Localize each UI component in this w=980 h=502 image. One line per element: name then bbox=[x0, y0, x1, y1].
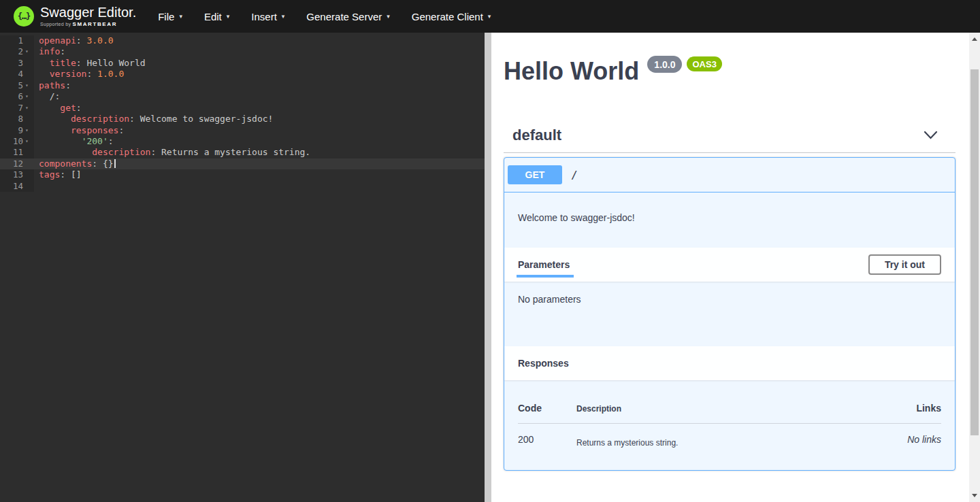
try-it-out-button[interactable]: Try it out bbox=[868, 254, 941, 275]
fold-spacer bbox=[25, 69, 34, 80]
preview-scrollbar[interactable] bbox=[969, 33, 980, 502]
http-method-badge[interactable]: GET bbox=[508, 165, 562, 184]
code-text: openapi: 3.0.0 bbox=[34, 35, 114, 46]
line-number: 9 bbox=[0, 125, 25, 136]
editor-line-1[interactable]: 1openapi: 3.0.0 bbox=[0, 35, 485, 46]
scrollbar-thumb[interactable] bbox=[970, 69, 979, 435]
editor-gutter: 12 bbox=[0, 158, 34, 169]
editor-line-8[interactable]: 8 description: Welcome to swagger-jsdoc! bbox=[0, 114, 485, 124]
line-number: 6 bbox=[0, 91, 25, 102]
main-split: 1openapi: 3.0.02▾info:3 title: Hello Wor… bbox=[0, 33, 980, 502]
editor-gutter: 9▾ bbox=[0, 125, 34, 136]
code-text: paths: bbox=[34, 80, 71, 91]
menu-label: Generate Server bbox=[306, 11, 382, 22]
editor-line-14[interactable]: 14 bbox=[0, 181, 485, 192]
editor-line-7[interactable]: 7▾ get: bbox=[0, 103, 485, 114]
chevron-down-icon: ▾ bbox=[179, 13, 182, 20]
code-text: description: Welcome to swagger-jsdoc! bbox=[34, 114, 273, 124]
menu-generate-client[interactable]: Generate Client▾ bbox=[401, 0, 502, 33]
scroll-down-arrow-icon[interactable] bbox=[972, 494, 977, 497]
fold-spacer bbox=[25, 181, 34, 192]
line-number: 2 bbox=[0, 46, 25, 57]
editor-line-10[interactable]: 10▾ '200': bbox=[0, 136, 485, 147]
fold-toggle-icon[interactable]: ▾ bbox=[25, 136, 34, 147]
version-badge: 1.0.0 bbox=[647, 56, 682, 73]
editor-gutter: 5▾ bbox=[0, 80, 34, 91]
menu-label: Generate Client bbox=[412, 11, 483, 22]
braces-glyph: {…} bbox=[18, 12, 31, 21]
swagger-logo-icon: {…} bbox=[14, 6, 34, 27]
fold-toggle-icon[interactable]: ▾ bbox=[25, 125, 34, 136]
editor-gutter: 10▾ bbox=[0, 136, 34, 147]
tab-parameters[interactable]: Parameters bbox=[518, 259, 570, 270]
col-header-description: Description bbox=[576, 403, 853, 414]
code-text bbox=[34, 181, 39, 192]
tag-name: default bbox=[512, 127, 561, 144]
swagger-ui-preview: Hello World 1.0.0 OAS3 default GET / We bbox=[491, 33, 969, 502]
code-text: info: bbox=[34, 46, 65, 57]
fold-spacer bbox=[25, 169, 34, 180]
fold-toggle-icon[interactable]: ▾ bbox=[25, 80, 34, 91]
editor-line-9[interactable]: 9▾ responses: bbox=[0, 125, 485, 136]
editor-line-3[interactable]: 3 title: Hello World bbox=[0, 58, 485, 69]
line-number: 1 bbox=[0, 35, 25, 46]
editor-gutter: 6▾ bbox=[0, 91, 34, 102]
table-divider bbox=[518, 423, 941, 424]
editor-gutter: 1 bbox=[0, 35, 34, 46]
opblock-get: GET / Welcome to swagger-jsdoc! Paramete… bbox=[504, 157, 956, 471]
line-number: 5 bbox=[0, 80, 25, 91]
api-info: Hello World 1.0.0 OAS3 bbox=[504, 33, 956, 85]
tag-section-default[interactable]: default bbox=[504, 127, 956, 153]
pane-resizer[interactable] bbox=[485, 33, 491, 502]
menu-label: File bbox=[158, 11, 174, 22]
line-number: 4 bbox=[0, 69, 25, 80]
swagger-logo: {…} Swagger Editor. Supported by SMARTBE… bbox=[14, 5, 136, 27]
fold-spacer bbox=[25, 58, 34, 69]
editor-gutter: 3 bbox=[0, 58, 34, 69]
code-text: get: bbox=[34, 103, 82, 114]
responses-header: Responses bbox=[504, 346, 955, 380]
yaml-editor[interactable]: 1openapi: 3.0.02▾info:3 title: Hello Wor… bbox=[0, 33, 485, 502]
line-number: 7 bbox=[0, 103, 25, 114]
api-title: Hello World bbox=[504, 58, 639, 85]
menu-label: Edit bbox=[204, 11, 222, 22]
oas3-badge: OAS3 bbox=[687, 56, 721, 71]
code-text: version: 1.0.0 bbox=[34, 69, 124, 80]
menu-file[interactable]: File▾ bbox=[147, 0, 193, 33]
opblock-summary[interactable]: GET / bbox=[504, 158, 955, 193]
response-description: Returns a mysterious string. bbox=[576, 434, 853, 448]
line-number: 12 bbox=[0, 158, 25, 169]
editor-gutter: 7▾ bbox=[0, 103, 34, 114]
smartbear-wordmark: SMARTBEAR bbox=[73, 21, 118, 27]
editor-line-6[interactable]: 6▾ /: bbox=[0, 91, 485, 102]
brand-name: Swagger Editor. bbox=[40, 5, 136, 19]
brand-subtitle-prefix: Supported by bbox=[40, 22, 71, 27]
fold-toggle-icon[interactable]: ▾ bbox=[25, 46, 34, 57]
editor-line-11[interactable]: 11 description: Returns a mysterious str… bbox=[0, 147, 485, 158]
chevron-down-icon[interactable] bbox=[924, 131, 938, 140]
fold-spacer bbox=[25, 158, 34, 169]
fold-toggle-icon[interactable]: ▾ bbox=[25, 103, 34, 114]
fold-toggle-icon[interactable]: ▾ bbox=[25, 91, 34, 102]
preview-content: Hello World 1.0.0 OAS3 default GET / We bbox=[504, 33, 956, 471]
editor-line-12[interactable]: 12components: {} bbox=[0, 158, 485, 169]
editor-gutter: 11 bbox=[0, 147, 34, 158]
editor-line-13[interactable]: 13tags: [] bbox=[0, 169, 485, 180]
editor-line-5[interactable]: 5▾paths: bbox=[0, 80, 485, 91]
scroll-up-arrow-icon[interactable] bbox=[972, 37, 977, 41]
fold-spacer bbox=[25, 114, 34, 124]
line-number: 8 bbox=[0, 114, 25, 124]
topbar-menus: File▾Edit▾Insert▾Generate Server▾Generat… bbox=[147, 0, 502, 33]
chevron-down-icon: ▾ bbox=[282, 13, 285, 20]
line-number: 11 bbox=[0, 147, 25, 158]
menu-label: Insert bbox=[251, 11, 277, 22]
menu-generate-server[interactable]: Generate Server▾ bbox=[295, 0, 400, 33]
menu-insert[interactable]: Insert▾ bbox=[240, 0, 295, 33]
editor-line-4[interactable]: 4 version: 1.0.0 bbox=[0, 69, 485, 80]
menu-edit[interactable]: Edit▾ bbox=[193, 0, 240, 33]
col-header-links: Links bbox=[853, 403, 941, 414]
editor-line-2[interactable]: 2▾info: bbox=[0, 46, 485, 57]
line-number: 13 bbox=[0, 169, 25, 180]
code-text: tags: [] bbox=[34, 169, 82, 180]
tab-parameters-label: Parameters bbox=[518, 259, 570, 270]
